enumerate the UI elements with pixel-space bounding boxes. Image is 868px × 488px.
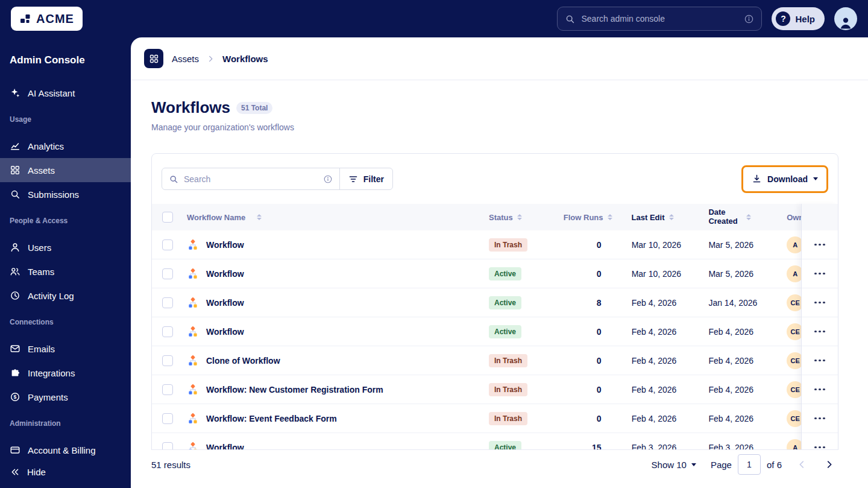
search-icon: [10, 189, 20, 200]
status-badge: Active: [489, 325, 521, 338]
row-actions-button[interactable]: [811, 297, 829, 309]
sidebar-item-users[interactable]: Users: [0, 235, 131, 259]
workflow-name-link[interactable]: Workflow: [206, 240, 244, 250]
acme-logo-icon: [19, 13, 31, 25]
row-actions-button[interactable]: [811, 384, 829, 396]
user-avatar[interactable]: [834, 7, 857, 30]
last-edit-value: Feb 4, 2026: [632, 298, 709, 308]
download-button[interactable]: Download: [744, 168, 825, 190]
help-button[interactable]: ? Help: [772, 7, 825, 30]
row-checkbox[interactable]: [162, 297, 173, 308]
page-subtitle: Manage your organization's workflows: [151, 122, 868, 132]
sidebar-item-label: Payments: [28, 392, 68, 402]
pinned-actions-column: [801, 204, 838, 461]
page-number-input[interactable]: [738, 454, 761, 475]
admin-search-input[interactable]: [581, 14, 738, 24]
admin-search[interactable]: [557, 7, 762, 31]
table-row: Workflow: New Customer Registration Form…: [152, 375, 838, 404]
sidebar-item-ai-assistant[interactable]: AI Assistant: [0, 81, 131, 105]
page-header: Workflows 51 Total Manage your organizat…: [131, 80, 868, 132]
table-row: Workflow In Trash 0 Mar 10, 2026 Mar 5, …: [152, 230, 838, 259]
flow-runs-value: 0: [564, 240, 632, 250]
previous-page-button[interactable]: [796, 459, 807, 470]
sidebar-item-emails[interactable]: Emails: [0, 337, 131, 361]
workflow-name-link[interactable]: Workflow: [206, 327, 244, 337]
workflow-name-link[interactable]: Workflow: Event Feedback Form: [206, 414, 337, 423]
page-size-label: Show 10: [652, 460, 687, 470]
sort-button[interactable]: [608, 214, 612, 220]
info-icon[interactable]: [744, 14, 754, 24]
credit-card-icon: [10, 445, 20, 455]
help-label: Help: [795, 14, 815, 24]
acme-logo[interactable]: ACME: [11, 7, 83, 31]
row-checkbox[interactable]: [162, 268, 173, 279]
workflow-name-link[interactable]: Clone of Workflow: [206, 356, 280, 366]
download-highlight: Download: [741, 165, 828, 193]
info-icon[interactable]: [323, 174, 333, 184]
sidebar-item-payments[interactable]: $ Payments: [0, 385, 131, 409]
workflow-icon: [187, 239, 199, 251]
results-count: 51 results: [151, 460, 190, 470]
row-actions-button[interactable]: [811, 413, 829, 425]
flow-runs-value: 0: [564, 356, 632, 366]
sidebar-item-activity-log[interactable]: Activity Log: [0, 284, 131, 308]
sidebar-item-teams[interactable]: Teams: [0, 259, 131, 284]
sort-button[interactable]: [669, 214, 674, 220]
row-checkbox[interactable]: [162, 239, 173, 250]
date-created-value: Jan 14, 2026: [708, 298, 787, 308]
sidebar-item-submissions[interactable]: Submissions: [0, 182, 131, 206]
sidebar-item-label: Activity Log: [28, 291, 74, 301]
assets-breadcrumb-icon[interactable]: [144, 49, 163, 68]
sidebar-item-label: Teams: [28, 267, 54, 277]
workflow-icon: [187, 355, 199, 367]
dollar-icon: $: [10, 391, 20, 402]
workflow-icon: [187, 384, 199, 396]
grid-icon: [149, 54, 159, 64]
table-search-input[interactable]: [184, 174, 318, 184]
sidebar-item-assets[interactable]: Assets: [0, 158, 131, 182]
sidebar-item-label: Integrations: [28, 368, 75, 378]
svg-text:$: $: [14, 394, 17, 400]
row-checkbox[interactable]: [162, 413, 173, 424]
page-size-select[interactable]: Show 10: [652, 460, 696, 470]
date-created-value: Feb 4, 2026: [708, 356, 787, 366]
row-checkbox[interactable]: [162, 384, 173, 395]
select-all-checkbox[interactable]: [162, 212, 173, 223]
sidebar-item-analytics[interactable]: Analytics: [0, 134, 131, 158]
puzzle-icon: [10, 367, 20, 378]
row-actions-button[interactable]: [811, 355, 829, 367]
status-badge: In Trash: [489, 412, 527, 425]
flow-runs-value: 8: [564, 298, 632, 308]
table-search[interactable]: [162, 168, 339, 189]
sort-button[interactable]: [746, 214, 751, 220]
row-checkbox[interactable]: [162, 326, 173, 337]
row-actions-button[interactable]: [811, 239, 829, 251]
main-panel: Assets Workflows Workflows 51 Total Mana…: [131, 37, 868, 488]
column-header-last-edit: Last Edit: [632, 213, 665, 222]
hide-sidebar-button[interactable]: Hide: [10, 460, 46, 484]
hide-label: Hide: [27, 467, 46, 477]
next-page-button[interactable]: [824, 459, 835, 470]
table-row: Workflow Active 0 Feb 4, 2026 Feb 4, 202…: [152, 317, 838, 346]
workflow-name-link[interactable]: Workflow: [206, 298, 244, 308]
row-actions-button[interactable]: [811, 326, 829, 338]
filter-button[interactable]: Filter: [339, 168, 392, 189]
grid-icon: [10, 165, 20, 176]
row-checkbox[interactable]: [162, 355, 173, 366]
sort-button[interactable]: [257, 214, 262, 220]
sidebar-item-label: Users: [28, 242, 51, 253]
breadcrumb-parent[interactable]: Assets: [172, 54, 199, 64]
status-badge: Active: [489, 296, 521, 309]
row-actions-button[interactable]: [811, 268, 829, 280]
workflow-name-link[interactable]: Workflow: New Customer Registration Form: [206, 385, 383, 395]
page-title: Workflows: [151, 98, 230, 117]
table-row: Workflow: Event Feedback Form In Trash 0…: [152, 404, 838, 433]
sidebar-item-account-billing[interactable]: Account & Billing: [0, 438, 131, 462]
flow-runs-value: 0: [564, 385, 632, 395]
sort-button[interactable]: [517, 214, 522, 220]
sidebar-item-integrations[interactable]: Integrations: [0, 361, 131, 385]
last-edit-value: Feb 4, 2026: [632, 356, 709, 366]
workflow-name-link[interactable]: Workflow: [206, 269, 244, 279]
column-header-status: Status: [489, 213, 513, 222]
chevron-down-icon: [813, 177, 818, 180]
